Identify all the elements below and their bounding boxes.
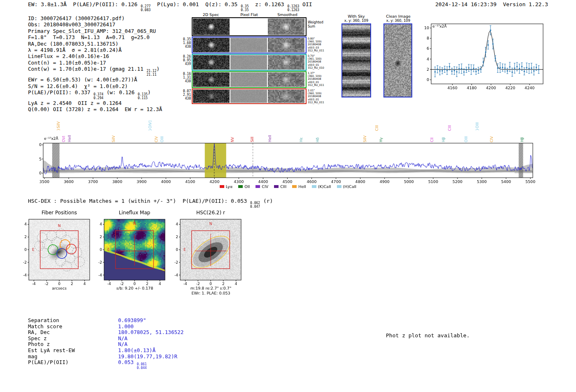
spec2d-row [192,88,307,104]
timestamp-version: 2024-12-14 16:23:39 Version 1.22.3 [435,1,548,8]
legend-item: (H)CaII [337,184,357,189]
timestamp: 2024-12-14 16:23:39 [435,1,497,7]
match-field-label: Photo z [28,341,118,348]
spec2d-cell-spec [193,72,230,87]
match-table-row: Est LyA rest-EW1.80(±0.13)Å [28,348,183,354]
hsc-dex-match-line: HSC-DEX : Possible Matches = 1 (within +… [28,198,273,209]
stacked-value: 21.1221.11 [146,70,156,77]
match-field-label: P(LAE)/P(OII) [28,360,118,366]
legend-swatch [238,185,243,188]
spec2d-row-annotation: WeightedSum [308,21,323,28]
match-field-label: RA, Dec [28,329,118,336]
fiber-xlabel: arcsecs [28,286,90,290]
detection-info-block: ID: 3000726417 (3000726417.pdf)Obs: 2018… [28,15,162,113]
clean-image-title: Clean Image [382,14,415,19]
with-sky-panel [341,23,371,97]
match-field-label: mag [28,354,118,360]
stacked-value: 0.0610.044 [137,363,147,370]
spec2d-cell-smooth [268,38,304,52]
match-table-row: Photo zN/A [28,341,183,348]
lineflux-xlabel: s/b: 9.20 +/- 0.178 [99,286,171,290]
match-field-value: 0.053 0.0610.044 [118,359,147,365]
legend-item: CIV [255,184,268,189]
info-line: RA,Dec (180.078033,51.136715) [28,41,162,47]
legend-label: OII [244,184,250,189]
info-line: λ = 4198.91Å σ = 2.81(±0.24)Å [28,47,162,53]
fiber-positions-plot [13,217,91,287]
version-label: Version 1.22.3 [503,1,548,7]
match-field-label: Separation [28,318,118,324]
spec2d-cell-spec [193,55,230,70]
legend-item: Lyα [220,184,232,189]
legend-swatch [220,185,224,188]
hsc-image-plot [165,217,243,287]
spec2d-row [192,71,307,88]
stacked-value: 0.0620.047 [250,202,260,209]
match-table-row: P(LAE)/P(OII)0.053 0.0610.044 [28,360,183,370]
legend-item: OII [238,184,250,189]
legend-label: (K)CaII [318,184,331,189]
spec2d-header-pixelflat: Pixel Flat [230,12,268,17]
info-line: F=1.8" T=0.173 N=1.13 A=0.71 g=25.0 [28,34,162,40]
spec2d-cell-flat [230,19,267,35]
match-field-value: 1.80(±0.13)Å [118,347,156,353]
info-line: EWr = 6.50(±0.53) (w: 4.00(±0.27))Å [28,77,162,83]
stacked-value: 0.1350.115 [138,93,148,100]
legend-swatch [274,185,279,188]
clean-image [384,24,411,97]
hsc-r-title: HSC(26.2) r [180,210,242,216]
legend-swatch [292,185,297,188]
spec2d-row-annotation: 2.01"(360, 109)20180408v003_01312_RU_011 [308,89,324,104]
spectrum-legend: LyαOIICIVCIIIHeII(K)CaII(H)CaII [43,184,533,189]
stacked-value: 0.350.35 [241,5,249,12]
spec2d-row-annotation: 0.80"(360, 109)20180408v003_03312_RU_011 [308,37,324,52]
spec2d-cell-flat [230,72,267,87]
spec2d-cell-flat [230,90,267,103]
match-field-value: 0.693899" [118,317,146,323]
match-field-label: Est LyA rest-EW [28,348,118,354]
spec2d-row-annotation: 0.70"(361, 100)20180408v003_01312_RU_010 [308,55,324,70]
spec2d-cell-spec [193,90,230,103]
full-spectrum-chart [39,110,539,188]
match-table-row: RA, Dec180.078025, 51.136522 [28,329,183,336]
stacked-value: 0.2770.083 [141,5,151,12]
info-line: LineFlux = 2.40(±0.16)e-16 [28,53,162,59]
spec2d-cell-flat [230,55,267,70]
legend-item: (K)CaII [312,184,331,189]
elixer-report: EW: 3.8±1.3Å P(LAE)/P(OII): 0.126 0.2770… [0,0,576,392]
hsc-xlabel: m:19.8 re:2.7" s:0.7" [175,286,247,290]
legend-swatch [337,185,341,188]
with-sky-title: With Sky [341,14,372,19]
fiber-positions-title: Fiber Positions [28,210,90,216]
legend-item: CIII [274,184,286,189]
spec2d-cell-spec [193,19,230,35]
info-line: S/N = 12.6(±0.4) χ² = 1.0(±0.2) [28,83,162,89]
info-line: Obs: 20180408v003_3000726417 [28,21,162,28]
match-field-label: Match score [28,324,118,330]
spec2d-row-annotation: 1.37"(360, 109)20180408v003_01312_RU_011 [308,72,324,87]
legend-label: Lyα [226,184,232,189]
legend-label: HeII [298,184,306,189]
spec2d-row [192,37,307,53]
spec2d-cell-smooth [268,90,304,103]
stacked-value: 0.12630.1263 [287,5,299,12]
legend-swatch [255,185,260,188]
spec2d-cell-spec [193,38,230,52]
match-table: Separation0.693899"Match score1.000RA, D… [28,318,183,370]
summary-line: EW: 3.8±1.3Å P(LAE)/P(OII): 0.126 0.2770… [28,1,312,12]
spec2d-cell-flat [230,38,267,52]
info-line: Cont(w) = 1.70(±0.01)e-17 (gmag 21.11 21… [28,66,162,77]
phot-z-note: Phot z plot not available. [386,332,470,339]
spec2d-row [192,54,307,71]
spec2d-row-values: 0.072.91438 [181,89,191,100]
spec2d-cell-smooth [268,55,304,70]
info-line: LyA z = 2.4540 OII z = 0.1264 [28,100,162,106]
spec2d-header-2dspec: 2D Spec [192,12,230,17]
spec2d-grid: WeightedSum0.351.604380.80"(360, 109)201… [181,17,333,104]
match-table-row: Separation0.693899" [28,318,183,324]
match-field-value: 19.80(19.77,19.82)R [118,353,177,360]
clean-image-panel [383,23,412,97]
with-sky-subtitle: x, y: 360, 109 [341,19,372,23]
legend-label: CIII [280,184,286,189]
match-field-value: 180.078025, 51.136522 [118,329,183,335]
